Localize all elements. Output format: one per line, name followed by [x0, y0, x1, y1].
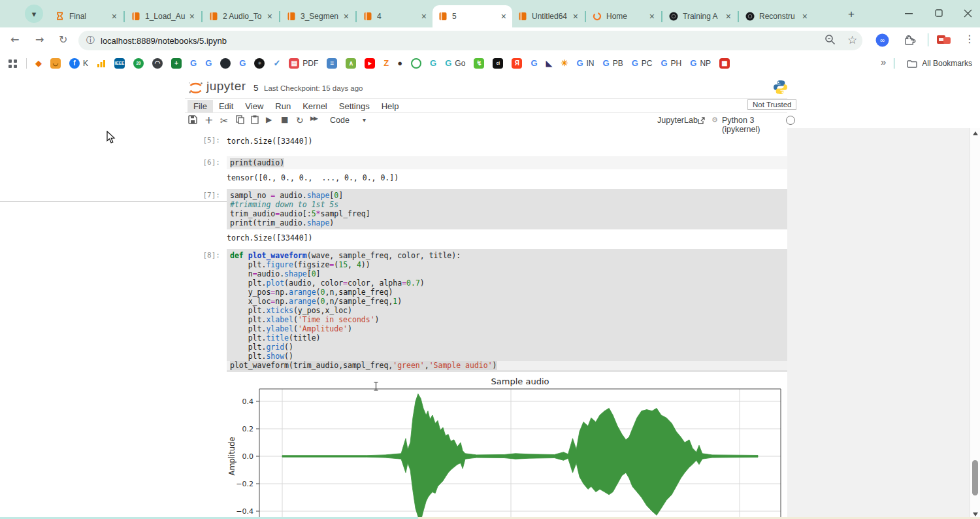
save-icon[interactable] [188, 115, 197, 126]
all-bookmarks-button[interactable]: All Bookmarks [907, 54, 972, 73]
tab-close-icon[interactable]: × [342, 12, 351, 21]
tab-close-icon[interactable]: × [265, 12, 274, 21]
extension-red-icon[interactable] [937, 35, 951, 48]
bookmark-orange-app[interactable]: ◡ [50, 58, 61, 69]
cut-cell-icon[interactable]: ✂ [220, 115, 229, 127]
bookmark-analytics[interactable] [97, 59, 106, 68]
menu-view[interactable]: View [239, 100, 269, 112]
forward-icon[interactable]: → [35, 33, 44, 46]
menu-file[interactable]: File [188, 100, 213, 112]
bookmark-google-1[interactable]: G [190, 58, 197, 69]
tab-close-icon[interactable]: × [647, 12, 657, 21]
bookmark-google-in[interactable]: GIN [576, 58, 594, 69]
run-cell-icon[interactable]: ▶ [266, 115, 272, 124]
zoom-page-icon[interactable] [825, 34, 836, 48]
tab-search-button[interactable]: ▾ [25, 5, 43, 23]
copy-cell-icon[interactable] [236, 115, 244, 126]
browser-tab-5[interactable]: 5× [433, 5, 512, 27]
bookmark-google-np[interactable]: GNP [690, 58, 711, 69]
bookmark-youtube[interactable]: ▶ [365, 58, 375, 69]
bookmark-fence[interactable]: ≡ [327, 58, 337, 69]
notebook-cell-7[interactable]: [7]:sampl_no = audio.shape[0]#trimming d… [185, 189, 787, 243]
restart-run-all-icon[interactable]: ▶▶ [310, 115, 317, 122]
browser-tab-2-audio-to[interactable]: 2 Audio_To× [203, 5, 278, 27]
browser-tab-untitled64[interactable]: Untitled64× [512, 5, 584, 27]
code-input[interactable]: print(audio) [227, 156, 787, 169]
notebook-cell-5[interactable]: [5]:torch.Size([33440]) [185, 134, 787, 146]
window-maximize-button[interactable] [924, 0, 954, 26]
browser-tab-home[interactable]: Home× [587, 5, 661, 27]
omnibox[interactable]: ⓘ localhost:8889/notebooks/5.ipynb [78, 31, 862, 50]
bookmark-star-icon[interactable]: ☆ [847, 33, 857, 46]
browser-tab-3-segmen[interactable]: 3_Segmen× [281, 5, 355, 27]
bookmark-cl-site[interactable]: cl [493, 58, 503, 69]
bookmark-github[interactable] [220, 58, 231, 69]
bookmark-diamond[interactable]: ◆ [35, 58, 42, 69]
bookmark-globe[interactable]: ◠ [152, 58, 163, 69]
bookmark-badge-20[interactable]: 20 [133, 58, 144, 69]
tab-close-icon[interactable]: × [571, 12, 580, 21]
bookmark-green-ring[interactable] [411, 58, 421, 69]
bookmark-spider[interactable]: ✳ [561, 58, 568, 69]
scrollbar-thumb[interactable] [972, 460, 978, 495]
tab-close-icon[interactable]: × [724, 12, 733, 21]
add-cell-icon[interactable]: + [204, 114, 213, 126]
kernel-name[interactable]: Python 3 (ipykernel) [722, 116, 787, 134]
browser-tab-1-load-au[interactable]: 1_Load_Au× [125, 5, 201, 27]
external-link-icon[interactable] [698, 116, 705, 126]
jupyterlab-link[interactable]: JupyterLab [657, 116, 698, 125]
bookmark-red-app[interactable]: ▦ [719, 58, 730, 69]
tab-close-icon[interactable]: × [499, 12, 508, 21]
bookmark-swirl-2[interactable]: GGo [445, 58, 465, 69]
tab-close-icon[interactable]: × [419, 12, 429, 21]
bookmark-bird[interactable]: ✓ [273, 58, 280, 69]
bookmark-swirl-1[interactable]: G [430, 58, 436, 69]
menu-help[interactable]: Help [376, 100, 405, 112]
window-minimize-button[interactable] [894, 0, 924, 26]
bookmark-google-4[interactable]: G [531, 58, 537, 69]
scrollbar-up-arrow[interactable] [973, 131, 978, 135]
trust-status-badge[interactable]: Not Trusted [747, 99, 796, 110]
bookmark-sheets[interactable]: + [171, 58, 182, 69]
browser-menu-kebab-icon[interactable]: ⋮ [964, 33, 975, 45]
tab-close-icon[interactable]: × [188, 12, 197, 21]
bookmark-bean[interactable]: ● [397, 58, 402, 69]
extension-blue-icon[interactable]: ∞ [875, 33, 889, 50]
menu-run[interactable]: Run [269, 100, 297, 112]
browser-tab-final[interactable]: Final× [50, 5, 123, 27]
bookmark-z-site[interactable]: Z [384, 58, 389, 69]
bookmark-pdf[interactable]: ▤PDF [289, 58, 318, 69]
tab-close-icon[interactable]: × [110, 12, 119, 21]
bookmark-google-ph[interactable]: GPH [661, 58, 681, 69]
restart-kernel-icon[interactable]: ↻ [296, 115, 304, 126]
menu-settings[interactable]: Settings [333, 100, 376, 112]
scrollbar-down-arrow[interactable] [973, 512, 978, 516]
bookmark-apps-grid[interactable] [8, 59, 18, 69]
bookmark-google-pc[interactable]: GPC [632, 58, 653, 69]
bookmark-google-2[interactable]: G [205, 58, 212, 69]
code-input[interactable]: sampl_no = audio.shape[0]#trimming down … [227, 189, 787, 229]
browser-tab-4[interactable]: 4× [357, 5, 433, 27]
back-icon[interactable]: ← [10, 33, 19, 46]
vertical-scrollbar[interactable] [970, 128, 980, 519]
bookmarks-overflow-icon[interactable]: » [881, 56, 886, 67]
bookmark-kite[interactable]: ◣ [546, 58, 553, 69]
new-tab-button[interactable]: + [843, 6, 860, 23]
bookmark-google-pb[interactable]: GPB [603, 58, 623, 69]
site-info-icon[interactable]: ⓘ [86, 35, 95, 46]
bookmark-dark-knot[interactable]: ✳ [254, 58, 265, 69]
chevron-down-icon[interactable]: ▾ [363, 116, 366, 124]
notebook-cell-8[interactable]: [8]:def plot_waveform(wave, sample_freq,… [185, 249, 787, 519]
bookmark-facebook[interactable]: fK [69, 58, 88, 69]
bookmark-google-3[interactable]: G [239, 58, 246, 69]
browser-tab-reconstru[interactable]: Reconstru× [740, 5, 813, 27]
reload-icon[interactable]: ↻ [59, 33, 67, 46]
code-input[interactable]: def plot_waveform(wave, sample_freq, col… [227, 249, 787, 372]
tab-close-icon[interactable]: × [800, 12, 809, 21]
interrupt-kernel-icon[interactable]: ■ [281, 115, 288, 124]
extensions-puzzle-icon[interactable] [904, 34, 916, 49]
paste-cell-icon[interactable] [251, 115, 259, 126]
cell-type-dropdown[interactable]: Code [330, 116, 350, 125]
bookmark-android[interactable]: ∧ [346, 58, 356, 69]
url-text[interactable]: localhost:8889/notebooks/5.ipynb [101, 36, 227, 46]
